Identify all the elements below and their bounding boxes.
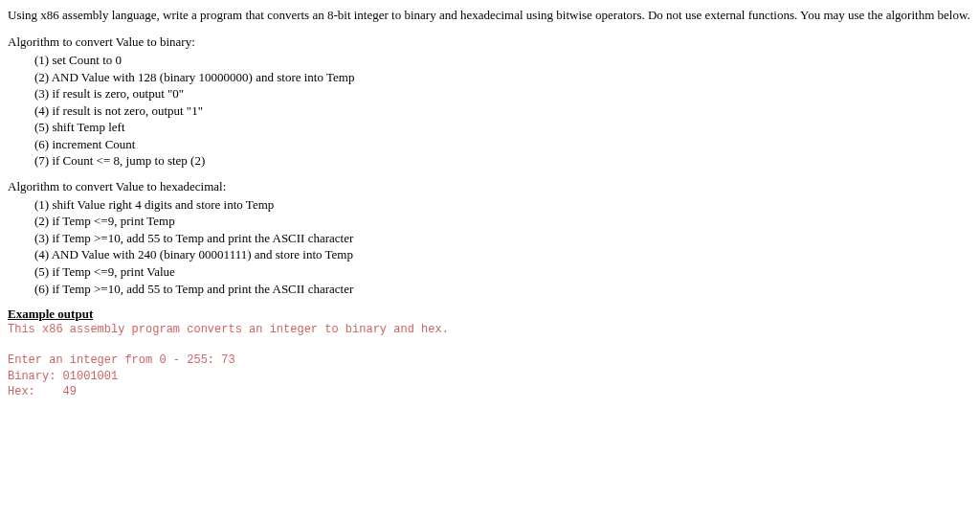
algo-step: (1) set Count to 0 [34, 52, 972, 69]
binary-algo-title: Algorithm to convert Value to binary: [8, 34, 972, 50]
example-output-console: This x86 assembly program converts an in… [8, 322, 972, 399]
hex-algo-title: Algorithm to convert Value to hexadecima… [8, 179, 972, 194]
console-line: This x86 assembly program converts an in… [8, 323, 449, 336]
example-output-heading: Example output [8, 307, 972, 322]
algo-step: (4) AND Value with 240 (binary 00001111)… [34, 246, 972, 263]
algo-step: (2) AND Value with 128 (binary 10000000)… [34, 69, 972, 86]
algo-step: (6) increment Count [34, 136, 972, 153]
hex-steps: (1) shift Value right 4 digits and store… [8, 196, 972, 297]
algo-step: (6) if Temp >=10, add 55 to Temp and pri… [34, 281, 972, 298]
algo-step: (5) shift Temp left [34, 119, 972, 136]
intro-text: Using x86 assembly language, write a pro… [8, 8, 972, 23]
algo-step: (7) if Count <= 8, jump to step (2) [34, 152, 972, 170]
algo-step: (1) shift Value right 4 digits and store… [34, 196, 972, 214]
console-line: Enter an integer from 0 - 255: 73 [8, 353, 235, 367]
algo-step: (3) if result is zero, output "0" [34, 85, 972, 102]
algo-step: (5) if Temp <=9, print Value [34, 263, 972, 281]
console-line: Binary: 01001001 [8, 370, 118, 383]
algo-step: (4) if result is not zero, output "1" [34, 102, 972, 120]
console-line: Hex: 49 [8, 385, 77, 398]
algo-step: (2) if Temp <=9, print Temp [34, 213, 972, 230]
binary-steps: (1) set Count to 0 (2) AND Value with 12… [8, 52, 972, 170]
algo-step: (3) if Temp >=10, add 55 to Temp and pri… [34, 230, 972, 247]
